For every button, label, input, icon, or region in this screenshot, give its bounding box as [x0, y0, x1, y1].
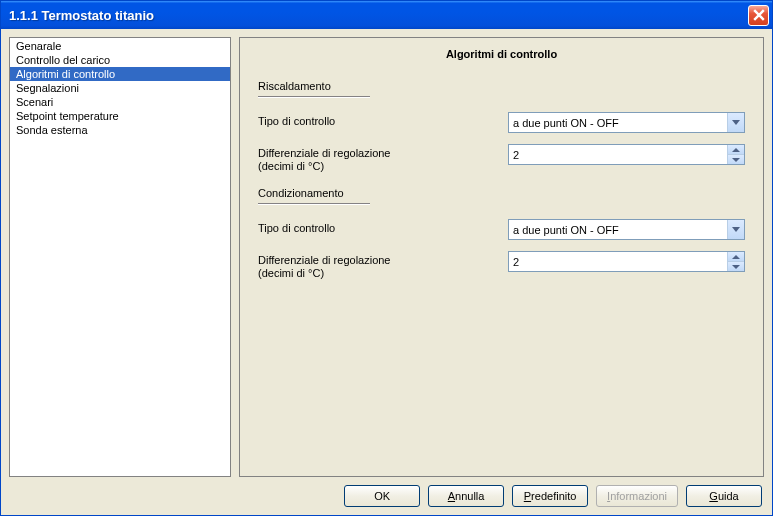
chevron-down-icon: [727, 113, 744, 132]
cancel-button[interactable]: Annulla: [428, 485, 504, 507]
category-list[interactable]: Genarale Controllo del carico Algoritmi …: [9, 37, 231, 477]
spinner-heating-diff[interactable]: 2: [508, 144, 745, 165]
help-button[interactable]: Guida: [686, 485, 762, 507]
cooling-section-label: Condizionamento: [258, 183, 745, 201]
label-cooling-diff: Differenziale di regolazione (decimi di …: [258, 251, 508, 280]
spinner-buttons: [727, 145, 744, 164]
close-button[interactable]: [748, 5, 769, 26]
row-cooling-type: Tipo di controllo a due punti ON - OFF: [258, 219, 745, 241]
label-cooling-type: Tipo di controllo: [258, 219, 508, 235]
spinner-down-button[interactable]: [728, 261, 744, 271]
sidebar-item-segnalazioni[interactable]: Segnalazioni: [10, 81, 230, 95]
close-icon: [753, 9, 765, 21]
client-area: Genarale Controllo del carico Algoritmi …: [1, 29, 772, 515]
spinner-cooling-diff[interactable]: 2: [508, 251, 745, 272]
main-row: Genarale Controllo del carico Algoritmi …: [9, 37, 764, 477]
window-title: 1.1.1 Termostato titanio: [9, 8, 748, 23]
divider: [258, 203, 370, 205]
row-heating-diff: Differenziale di regolazione (decimi di …: [258, 144, 745, 173]
sidebar-item-algoritmi[interactable]: Algoritmi di controllo: [10, 67, 230, 81]
info-button: Informazioni: [596, 485, 678, 507]
spinner-heating-diff-value: 2: [509, 145, 727, 164]
spinner-cooling-diff-value: 2: [509, 252, 727, 271]
select-cooling-type[interactable]: a due punti ON - OFF: [508, 219, 745, 240]
dialog-window: 1.1.1 Termostato titanio Genarale Contro…: [0, 0, 773, 516]
select-cooling-type-value: a due punti ON - OFF: [509, 224, 727, 236]
content-panel: Algoritmi di controllo Riscaldamento Tip…: [239, 37, 764, 477]
row-heating-type: Tipo di controllo a due punti ON - OFF: [258, 112, 745, 134]
chevron-down-icon: [727, 220, 744, 239]
default-button[interactable]: Predefinito: [512, 485, 588, 507]
titlebar: 1.1.1 Termostato titanio: [1, 1, 772, 29]
content-title: Algoritmi di controllo: [258, 46, 745, 76]
select-heating-type-value: a due punti ON - OFF: [509, 117, 727, 129]
heating-section-label: Riscaldamento: [258, 76, 745, 94]
spinner-down-button[interactable]: [728, 154, 744, 164]
dialog-buttons: OK Annulla Predefinito Informazioni Guid…: [9, 483, 764, 507]
sidebar-item-scenari[interactable]: Scenari: [10, 95, 230, 109]
spinner-buttons: [727, 252, 744, 271]
sidebar-item-setpoint[interactable]: Setpoint temperature: [10, 109, 230, 123]
divider: [258, 96, 370, 98]
spinner-up-button[interactable]: [728, 145, 744, 154]
select-heating-type[interactable]: a due punti ON - OFF: [508, 112, 745, 133]
sidebar-item-controllo-carico[interactable]: Controllo del carico: [10, 53, 230, 67]
label-heating-diff: Differenziale di regolazione (decimi di …: [258, 144, 508, 173]
sidebar-item-sonda-esterna[interactable]: Sonda esterna: [10, 123, 230, 137]
label-heating-type: Tipo di controllo: [258, 112, 508, 128]
spinner-up-button[interactable]: [728, 252, 744, 261]
ok-button[interactable]: OK: [344, 485, 420, 507]
sidebar-item-generale[interactable]: Genarale: [10, 39, 230, 53]
row-cooling-diff: Differenziale di regolazione (decimi di …: [258, 251, 745, 280]
